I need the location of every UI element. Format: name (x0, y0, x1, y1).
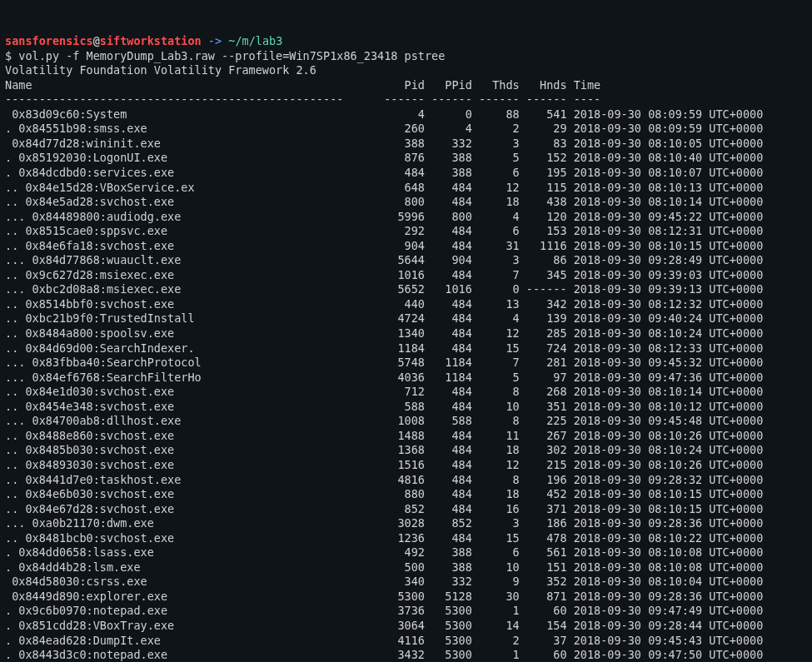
process-row: ... 0x84ef6768:SearchFilterHo 4036 1184 … (5, 371, 763, 384)
process-row: . 0x8443d3c0:notepad.exe 3432 5300 1 60 … (5, 648, 763, 661)
process-row: ... 0x84d77868:wuauclt.exe 5644 904 3 86… (5, 253, 763, 266)
command-line: $ vol.py -f MemoryDump_Lab3.raw --profil… (5, 49, 445, 62)
process-row: ... 0x84489800:audiodg.exe 5996 800 4 12… (5, 210, 763, 223)
process-row: .. 0x8515cae0:sppsvc.exe 292 484 6 153 2… (5, 224, 763, 237)
process-row: .. 0xbc21b9f0:TrustedInstall 4724 484 4 … (5, 311, 763, 325)
process-row: .. 0x84e1d030:svchost.exe 712 484 8 268 … (5, 385, 763, 398)
process-row: 0x8449d890:explorer.exe 5300 5128 30 871… (5, 590, 763, 603)
process-row: .. 0x8514bbf0:svchost.exe 440 484 13 342… (5, 297, 763, 311)
process-row: . 0x84551b98:smss.exe 260 4 2 29 2018-09… (5, 122, 763, 135)
process-row: ... 0xa0b21170:dwm.exe 3028 852 3 186 20… (5, 516, 763, 530)
framework-line: Volatility Foundation Volatility Framewo… (5, 63, 316, 77)
prompt-at: @ (93, 34, 100, 47)
process-row: .. 0x8484a800:spoolsv.exe 1340 484 12 28… (5, 326, 763, 340)
process-row: . 0x9c6b0970:notepad.exe 3736 5300 1 60 … (5, 604, 763, 617)
process-row: 0x83d09c60:System 4 0 88 541 2018-09-30 … (5, 107, 763, 121)
prompt-user: sansforensics (5, 34, 93, 47)
process-row: 0x84d77d28:wininit.exe 388 332 3 83 2018… (5, 137, 763, 150)
process-row: ... 0x84700ab8:dllhost.exe 1008 588 8 22… (5, 414, 763, 427)
process-row: .. 0x84e5ad28:svchost.exe 800 484 18 438… (5, 195, 763, 208)
process-row: .. 0x8488e860:svchost.exe 1488 484 11 26… (5, 429, 763, 442)
process-row: . 0x84dd4b28:lsm.exe 500 388 10 151 2018… (5, 560, 763, 574)
process-row: .. 0x9c627d28:msiexec.exe 1016 484 7 345… (5, 268, 763, 281)
terminal-output[interactable]: sansforensics@siftworkstation -> ~/m/lab… (5, 34, 807, 662)
process-row: .. 0x84e67d28:svchost.exe 852 484 16 371… (5, 502, 763, 515)
column-headers: Name Pid PPid Thds Hnds Time (5, 78, 600, 92)
prompt-path: ~/m/lab3 (228, 34, 282, 47)
process-row: .. 0x8481bcb0:svchost.exe 1236 484 15 47… (5, 531, 763, 545)
process-row: . 0x84dcdbd0:services.exe 484 388 6 195 … (5, 166, 763, 179)
process-row: .. 0x84893030:svchost.exe 1516 484 12 21… (5, 458, 763, 471)
process-row: . 0x84ead628:DumpIt.exe 4116 5300 2 37 2… (5, 634, 763, 647)
process-row: .. 0x8441d7e0:taskhost.exe 4816 484 8 19… (5, 473, 763, 486)
header-separator: ----------------------------------------… (5, 92, 600, 106)
process-row: .. 0x84e6b030:svchost.exe 880 484 18 452… (5, 487, 763, 500)
process-row: . 0x85192030:LogonUI.exe 876 388 5 152 2… (5, 151, 763, 164)
process-row: . 0x851cdd28:VBoxTray.exe 3064 5300 14 1… (5, 619, 763, 632)
process-row: . 0x84dd0658:lsass.exe 492 388 6 561 201… (5, 545, 763, 559)
process-row: .. 0x84e15d28:VBoxService.ex 648 484 12 … (5, 181, 763, 194)
prompt-host: siftworkstation (100, 34, 202, 47)
process-row: ... 0x83fbba40:SearchProtocol 5748 1184 … (5, 356, 763, 369)
prompt-arrow: -> (202, 34, 229, 47)
process-row: ... 0xbc2d08a8:msiexec.exe 5652 1016 0 -… (5, 282, 763, 296)
process-row: .. 0x84e6fa18:svchost.exe 904 484 31 111… (5, 239, 763, 252)
process-row: .. 0x8485b030:svchost.exe 1368 484 18 30… (5, 443, 763, 456)
process-row: 0x84d58030:csrss.exe 340 332 9 352 2018-… (5, 575, 763, 588)
process-row: .. 0x8454e348:svchost.exe 588 484 10 351… (5, 400, 763, 413)
process-row: .. 0x84d69d00:SearchIndexer. 1184 484 15… (5, 341, 763, 355)
